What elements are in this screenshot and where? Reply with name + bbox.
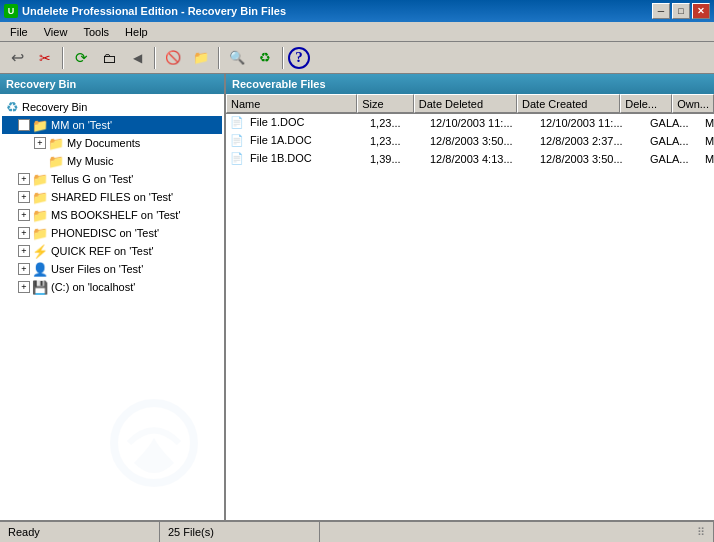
folder-icon-ms-bookshelf: 📁 — [32, 208, 48, 223]
file-size-1: 1,23... — [366, 116, 426, 130]
expand-c-localhost[interactable]: + — [18, 281, 30, 293]
main-content: Recovery Bin ♻ Recovery Bin − 📁 MM on 'T… — [0, 74, 714, 520]
expand-tellus-g[interactable]: + — [18, 173, 30, 185]
tree-label-shared-files: SHARED FILES on 'Test' — [51, 191, 173, 203]
tree-item-quick-ref[interactable]: + ⚡ QUICK REF on 'Test' — [2, 242, 222, 260]
status-file-count: 25 File(s) — [160, 522, 320, 542]
left-panel-title: Recovery Bin — [6, 78, 76, 90]
menu-bar: File View Tools Help — [0, 22, 714, 42]
expand-shared-files[interactable]: + — [18, 191, 30, 203]
file-size-2: 1,23... — [366, 134, 426, 148]
open-folder-button[interactable]: 📁 — [188, 46, 214, 70]
col-header-size[interactable]: Size — [357, 94, 414, 113]
folder-icon-user-files: 👤 — [32, 262, 48, 277]
col-date-cr-label: Date Created — [522, 98, 587, 110]
stop-button[interactable]: 🚫 — [160, 46, 186, 70]
toolbar: ↩ ✂ ⟳ 🗀 ◀ 🚫 📁 🔍 ♻ ? — [0, 42, 714, 74]
tree-label-my-documents: My Documents — [67, 137, 140, 149]
minimize-button[interactable]: ─ — [652, 3, 670, 19]
file-list-body[interactable]: 📄 File 1.DOC 1,23... 12/10/2003 11:... 1… — [226, 114, 714, 520]
col-header-date-created[interactable]: Date Created — [517, 94, 620, 113]
tree-item-recovery-bin[interactable]: ♻ Recovery Bin — [2, 98, 222, 116]
folder-icon-phonedisc: 📁 — [32, 226, 48, 241]
col-header-name[interactable]: Name — [226, 94, 357, 113]
tree-item-user-files[interactable]: + 👤 User Files on 'Test' — [2, 260, 222, 278]
file-icon-1: 📄 — [230, 116, 244, 128]
file-date-cr-1: 12/10/2003 11:... — [536, 116, 646, 130]
window-title: Undelete Professional Edition - Recovery… — [22, 5, 286, 17]
menu-tools[interactable]: Tools — [77, 24, 115, 40]
left-panel: Recovery Bin ♻ Recovery Bin − 📁 MM on 'T… — [0, 74, 226, 520]
tree-area[interactable]: ♻ Recovery Bin − 📁 MM on 'Test' + 📁 My D… — [0, 94, 224, 520]
file-own-1: MM — [701, 116, 714, 130]
tree-item-mm-test[interactable]: − 📁 MM on 'Test' — [2, 116, 222, 134]
left-panel-header: Recovery Bin — [0, 74, 224, 94]
status-extra: ⠿ — [320, 522, 714, 542]
tree-label-user-files: User Files on 'Test' — [51, 263, 143, 275]
menu-view[interactable]: View — [38, 24, 74, 40]
watermark-svg — [94, 388, 214, 508]
restore-button[interactable]: □ — [672, 3, 690, 19]
help-button[interactable]: ? — [288, 47, 310, 69]
expand-mm-test[interactable]: − — [18, 119, 30, 131]
undo-button[interactable]: ↩ — [4, 46, 30, 70]
title-bar-left: U Undelete Professional Edition - Recove… — [4, 4, 286, 18]
col-header-date-deleted[interactable]: Date Deleted — [414, 94, 517, 113]
file-name-3: 📄 File 1B.DOC — [226, 151, 366, 166]
tree-label-phonedisc: PHONEDISC on 'Test' — [51, 227, 159, 239]
expand-quick-ref[interactable]: + — [18, 245, 30, 257]
table-row[interactable]: 📄 File 1A.DOC 1,23... 12/8/2003 3:50... … — [226, 132, 714, 150]
drive-icon-c-localhost: 💾 — [32, 280, 48, 295]
file-date-cr-3: 12/8/2003 3:50... — [536, 152, 646, 166]
file-name-2: 📄 File 1A.DOC — [226, 133, 366, 148]
file-date-del-2: 12/8/2003 3:50... — [426, 134, 536, 148]
expand-ms-bookshelf[interactable]: + — [18, 209, 30, 221]
tree-item-ms-bookshelf[interactable]: + 📁 MS BOOKSHELF on 'Test' — [2, 206, 222, 224]
search-button[interactable]: 🔍 — [224, 46, 250, 70]
table-row[interactable]: 📄 File 1B.DOC 1,39... 12/8/2003 4:13... … — [226, 150, 714, 168]
menu-help[interactable]: Help — [119, 24, 154, 40]
folder-button[interactable]: 🗀 — [96, 46, 122, 70]
tree-label-c-localhost: (C:) on 'localhost' — [51, 281, 135, 293]
tree-item-tellus-g[interactable]: + 📁 Tellus G on 'Test' — [2, 170, 222, 188]
col-dele-label: Dele... — [625, 98, 657, 110]
toolbar-separator-4 — [282, 47, 284, 69]
toolbar-separator-1 — [62, 47, 64, 69]
file-list-header: Name Size Date Deleted Date Created Dele… — [226, 94, 714, 114]
tree-label-tellus-g: Tellus G on 'Test' — [51, 173, 133, 185]
close-button[interactable]: ✕ — [692, 3, 710, 19]
col-own-label: Own... — [677, 98, 709, 110]
expand-my-documents[interactable]: + — [34, 137, 46, 149]
tree-item-phonedisc[interactable]: + 📁 PHONEDISC on 'Test' — [2, 224, 222, 242]
file-dele-2: GALA... — [646, 134, 701, 148]
tree-item-my-music[interactable]: 📁 My Music — [2, 152, 222, 170]
app-icon: U — [4, 4, 18, 18]
table-row[interactable]: 📄 File 1.DOC 1,23... 12/10/2003 11:... 1… — [226, 114, 714, 132]
tree-item-my-documents[interactable]: + 📁 My Documents — [2, 134, 222, 152]
title-bar: U Undelete Professional Edition - Recove… — [0, 0, 714, 22]
col-header-deleted-by[interactable]: Dele... — [620, 94, 672, 113]
cut-button[interactable]: ✂ — [32, 46, 58, 70]
file-size-3: 1,39... — [366, 152, 426, 166]
menu-file[interactable]: File — [4, 24, 34, 40]
refresh-button[interactable]: ⟳ — [68, 46, 94, 70]
tree-label-mm-test: MM on 'Test' — [51, 119, 112, 131]
expand-phonedisc[interactable]: + — [18, 227, 30, 239]
back-button[interactable]: ◀ — [124, 46, 150, 70]
recover-button[interactable]: ♻ — [252, 46, 278, 70]
col-size-label: Size — [362, 98, 383, 110]
tree-item-c-localhost[interactable]: + 💾 (C:) on 'localhost' — [2, 278, 222, 296]
expand-user-files[interactable]: + — [18, 263, 30, 275]
status-bar: Ready 25 File(s) ⠿ — [0, 520, 714, 542]
file-dele-1: GALA... — [646, 116, 701, 130]
toolbar-separator-2 — [154, 47, 156, 69]
tree-label-ms-bookshelf: MS BOOKSHELF on 'Test' — [51, 209, 181, 221]
file-own-2: MM — [701, 134, 714, 148]
file-date-del-3: 12/8/2003 4:13... — [426, 152, 536, 166]
toolbar-separator-3 — [218, 47, 220, 69]
tree-label-recovery-bin: Recovery Bin — [22, 101, 87, 113]
tree-item-shared-files[interactable]: + 📁 SHARED FILES on 'Test' — [2, 188, 222, 206]
folder-icon-tellus-g: 📁 — [32, 172, 48, 187]
right-panel: Recoverable Files Name Size Date Deleted… — [226, 74, 714, 520]
col-header-owner[interactable]: Own... — [672, 94, 714, 113]
